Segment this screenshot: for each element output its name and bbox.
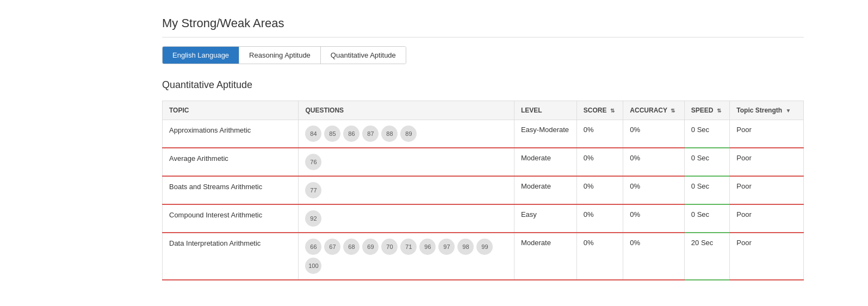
col-header-accuracy[interactable]: ACCURACY ⇅ (623, 101, 684, 120)
questions-cell: 66676869707196979899100 (299, 233, 514, 280)
table-row: Average Arithmetic76Moderate0%0%0 SecPoo… (163, 148, 804, 176)
topic-name: Average Arithmetic (169, 154, 228, 163)
section-title: Quantitative Aptitude (162, 79, 804, 91)
score-cell: 0% (576, 233, 623, 280)
col-header-questions: QUESTIONS (299, 101, 514, 120)
speed-cell: 0 Sec (684, 204, 730, 233)
tab-quantitative-aptitude[interactable]: Quantitative Aptitude (320, 47, 406, 64)
score-cell: 0% (576, 176, 623, 204)
accuracy-cell: 0% (623, 120, 684, 148)
level-cell: Moderate (514, 176, 576, 204)
topic-cell: Data Interpretation Arithmetic (163, 233, 299, 280)
col-header-topic: TOPIC (163, 101, 299, 120)
question-bubble[interactable]: 89 (400, 126, 417, 142)
speed-cell: 0 Sec (684, 148, 730, 176)
question-bubbles: 77 (305, 182, 507, 198)
strength-cell: Poor (730, 120, 804, 148)
questions-cell: 76 (299, 148, 514, 176)
col-header-topic-strength[interactable]: Topic Strength ▼ (730, 101, 804, 120)
question-bubble[interactable]: 67 (324, 239, 340, 255)
question-bubble[interactable]: 96 (419, 239, 436, 255)
question-bubble[interactable]: 86 (343, 126, 359, 142)
questions-cell: 77 (299, 176, 514, 204)
topic-cell: Approximations Arithmetic (163, 120, 299, 148)
question-bubble[interactable]: 100 (305, 258, 321, 274)
speed-sort-icon: ⇅ (717, 108, 721, 114)
question-bubble[interactable]: 71 (400, 239, 417, 255)
topic-cell: Average Arithmetic (163, 148, 299, 176)
questions-cell: 848586878889 (299, 120, 514, 148)
level-cell: Easy (514, 204, 576, 233)
table-row: Compound Interest Arithmetic92Easy0%0%0 … (163, 204, 804, 233)
speed-cell: 0 Sec (684, 120, 730, 148)
accuracy-cell: 0% (623, 233, 684, 280)
accuracy-cell: 0% (623, 176, 684, 204)
accuracy-cell: 0% (623, 148, 684, 176)
col-header-speed[interactable]: SPEED ⇅ (684, 101, 730, 120)
question-bubble[interactable]: 66 (305, 239, 321, 255)
score-cell: 0% (576, 148, 623, 176)
table-row: Data Interpretation Arithmetic6667686970… (163, 233, 804, 280)
strength-cell: Poor (730, 148, 804, 176)
topic-cell: Compound Interest Arithmetic (163, 204, 299, 233)
speed-cell: 20 Sec (684, 233, 730, 280)
question-bubble[interactable]: 97 (438, 239, 455, 255)
strength-cell: Poor (730, 204, 804, 233)
strength-cell: Poor (730, 233, 804, 280)
strength-sort-icon: ▼ (785, 108, 791, 114)
question-bubble[interactable]: 98 (457, 239, 474, 255)
question-bubble[interactable]: 77 (305, 182, 321, 198)
question-bubble[interactable]: 84 (305, 126, 321, 142)
table-row: Boats and Streams Arithmetic77Moderate0%… (163, 176, 804, 204)
tab-english-language[interactable]: English Language (163, 47, 239, 64)
level-cell: Easy-Moderate (514, 120, 576, 148)
question-bubble[interactable]: 99 (476, 239, 493, 255)
col-header-score[interactable]: SCORE ⇅ (576, 101, 623, 120)
level-cell: Moderate (514, 148, 576, 176)
speed-cell: 0 Sec (684, 176, 730, 204)
accuracy-sort-icon: ⇅ (671, 108, 675, 114)
question-bubbles: 92 (305, 210, 507, 227)
question-bubble[interactable]: 76 (305, 154, 321, 170)
question-bubbles: 76 (305, 154, 507, 170)
col-header-level: LEVEL (514, 101, 576, 120)
tab-bar: English Language Reasoning Aptitude Quan… (162, 46, 406, 64)
topic-name: Boats and Streams Arithmetic (169, 183, 262, 191)
topic-name: Data Interpretation Arithmetic (169, 239, 261, 247)
strength-cell: Poor (730, 176, 804, 204)
question-bubble[interactable]: 68 (343, 239, 359, 255)
strong-weak-table: TOPIC QUESTIONS LEVEL SCORE ⇅ ACCURACY ⇅ (162, 101, 804, 280)
level-cell: Moderate (514, 233, 576, 280)
question-bubble[interactable]: 92 (305, 210, 321, 227)
topic-name: Approximations Arithmetic (169, 126, 251, 134)
question-bubble[interactable]: 88 (381, 126, 398, 142)
score-cell: 0% (576, 120, 623, 148)
question-bubble[interactable]: 69 (362, 239, 379, 255)
question-bubbles: 66676869707196979899100 (305, 239, 507, 274)
table-row: Approximations Arithmetic848586878889Eas… (163, 120, 804, 148)
accuracy-cell: 0% (623, 204, 684, 233)
table-header-row: TOPIC QUESTIONS LEVEL SCORE ⇅ ACCURACY ⇅ (163, 101, 804, 120)
topic-name: Compound Interest Arithmetic (169, 211, 262, 219)
question-bubble[interactable]: 87 (362, 126, 379, 142)
questions-cell: 92 (299, 204, 514, 233)
tab-reasoning-aptitude[interactable]: Reasoning Aptitude (239, 47, 320, 64)
topic-cell: Boats and Streams Arithmetic (163, 176, 299, 204)
score-sort-icon: ⇅ (610, 108, 615, 114)
score-cell: 0% (576, 204, 623, 233)
question-bubble[interactable]: 70 (381, 239, 398, 255)
page-title: My Strong/Weak Areas (162, 16, 804, 38)
question-bubbles: 848586878889 (305, 126, 507, 142)
question-bubble[interactable]: 85 (324, 126, 340, 142)
